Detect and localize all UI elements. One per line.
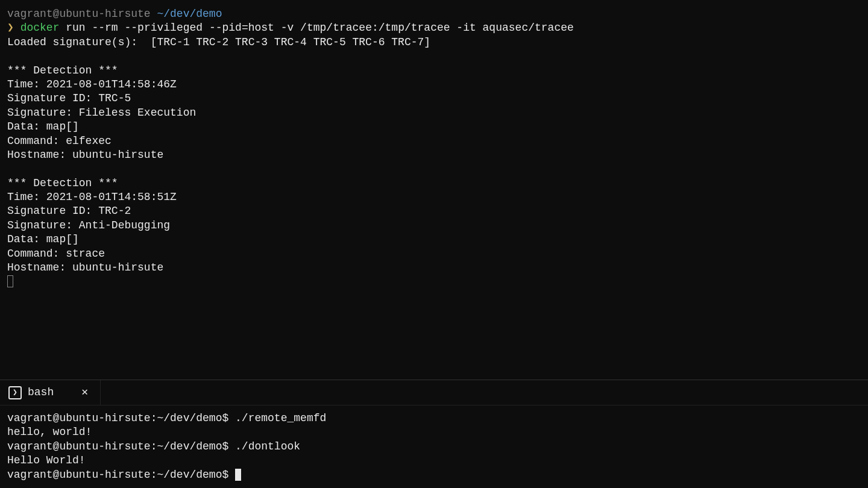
terminal-icon: ❯: [8, 386, 22, 399]
bottom-cmd-1: ./remote_memfd: [235, 412, 326, 424]
detection-header-2: *** Detection ***: [7, 177, 861, 190]
prompt-path: ~/dev/demo: [157, 8, 222, 20]
output-loaded-sigs: Loaded signature(s): [TRC-1 TRC-2 TRC-3 …: [7, 36, 861, 49]
command-line: ❯ docker run --rm --privileged --pid=hos…: [7, 21, 861, 35]
detection-1-signature: Signature: Fileless Execution: [7, 106, 861, 120]
bottom-prompt-1: vagrant@ubuntu-hirsute:~/dev/demo$: [7, 412, 235, 424]
top-terminal-pane[interactable]: vagrant@ubuntu-hirsute ~/dev/demo ❯ dock…: [0, 0, 868, 380]
cursor-outline-icon: [7, 275, 13, 287]
blank-line: [7, 49, 861, 63]
detection-2-sigid: Signature ID: TRC-2: [7, 204, 861, 218]
detection-header-1: *** Detection ***: [7, 64, 861, 78]
detection-1-hostname: Hostname: ubuntu-hirsute: [7, 148, 861, 162]
cursor-block-icon: [235, 469, 241, 481]
bottom-line-2: vagrant@ubuntu-hirsute:~/dev/demo$ ./don…: [7, 440, 861, 454]
close-icon[interactable]: ✕: [78, 386, 92, 399]
bottom-prompt-2: vagrant@ubuntu-hirsute:~/dev/demo$: [7, 440, 235, 452]
bottom-terminal-pane[interactable]: vagrant@ubuntu-hirsute:~/dev/demo$ ./rem…: [0, 405, 868, 488]
command-docker: docker: [20, 22, 60, 34]
detection-2-command: Command: strace: [7, 247, 861, 261]
tab-bar: ❯ bash ✕: [0, 380, 868, 405]
bottom-line-1: vagrant@ubuntu-hirsute:~/dev/demo$ ./rem…: [7, 411, 861, 425]
detection-1-sigid: Signature ID: TRC-5: [7, 92, 861, 105]
prompt-arrow-icon: ❯: [7, 22, 20, 34]
detection-2-signature: Signature: Anti-Debugging: [7, 219, 861, 233]
bottom-output-2: Hello World!: [7, 454, 861, 468]
bottom-output-1: hello, world!: [7, 425, 861, 439]
bottom-cmd-2: ./dontlook: [235, 440, 300, 452]
tab-bash[interactable]: ❯ bash ✕: [0, 380, 101, 405]
cursor-line: [7, 275, 861, 289]
command-args: run --rm --privileged --pid=host -v /tmp…: [59, 22, 573, 34]
bottom-prompt-3: vagrant@ubuntu-hirsute:~/dev/demo$: [7, 469, 235, 481]
detection-2-time: Time: 2021-08-01T14:58:51Z: [7, 190, 861, 204]
bottom-pane: ❯ bash ✕ vagrant@ubuntu-hirsute:~/dev/de…: [0, 380, 868, 488]
detection-1-time: Time: 2021-08-01T14:58:46Z: [7, 78, 861, 92]
prompt-line-1: vagrant@ubuntu-hirsute ~/dev/demo: [7, 7, 861, 21]
blank-line: [7, 162, 861, 176]
detection-1-command: Command: elfexec: [7, 134, 861, 148]
prompt-user: vagrant@ubuntu-hirsute: [7, 8, 157, 20]
bottom-line-3: vagrant@ubuntu-hirsute:~/dev/demo$: [7, 468, 861, 482]
detection-2-hostname: Hostname: ubuntu-hirsute: [7, 261, 861, 275]
tab-label: bash: [28, 386, 54, 399]
detection-1-data: Data: map[]: [7, 120, 861, 134]
detection-2-data: Data: map[]: [7, 233, 861, 246]
